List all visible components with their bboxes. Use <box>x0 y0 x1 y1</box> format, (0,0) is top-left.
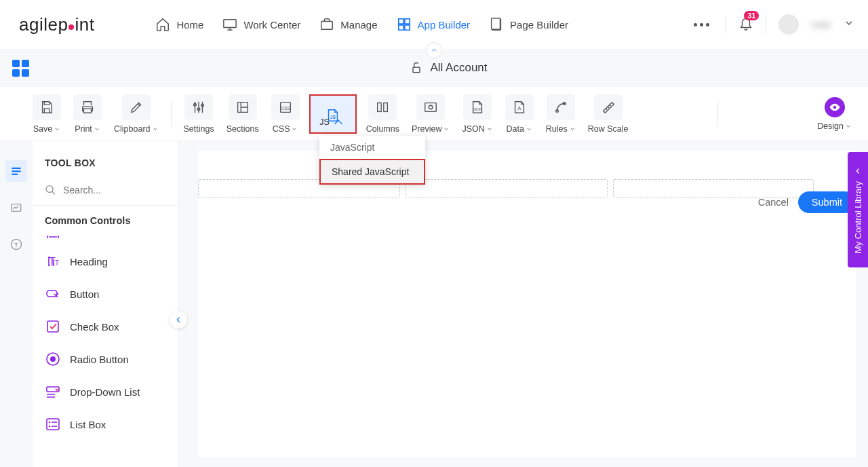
svg-rect-4 <box>398 25 403 30</box>
toolbar-design[interactable]: Design <box>814 97 854 131</box>
toolbar-separator <box>717 102 718 126</box>
toolbar-preview[interactable]: Preview <box>409 94 452 134</box>
brand-logo[interactable]: agilepint <box>19 14 94 35</box>
rail-form-icon[interactable] <box>5 160 27 182</box>
heading-icon: TT <box>45 253 61 269</box>
avatar[interactable] <box>778 14 799 35</box>
chevron-down-icon <box>569 126 576 132</box>
nav-home[interactable]: Home <box>155 17 203 32</box>
chevron-down-icon <box>94 126 100 132</box>
chevron-down-icon <box>526 126 532 132</box>
dropdown-icon <box>45 384 61 400</box>
toolbar-rowscale[interactable]: Row Scale <box>585 94 631 134</box>
toolbar-css[interactable]: CSS CSS <box>269 94 302 134</box>
css-icon: CSS <box>278 100 293 115</box>
svg-rect-7 <box>492 18 500 30</box>
js-dropdown-javascript[interactable]: JavaScript <box>319 136 425 159</box>
toolbar-js[interactable]: JS JS <box>309 94 357 134</box>
chevron-down-icon <box>845 123 852 130</box>
edit-icon <box>129 100 144 115</box>
control-checkbox[interactable]: Check Box <box>33 310 178 343</box>
toolbar-columns[interactable]: Columns <box>363 94 402 134</box>
svg-text:A: A <box>517 105 521 111</box>
more-menu[interactable] <box>690 19 713 31</box>
json-icon: JSON <box>470 100 485 115</box>
preview-icon <box>423 100 438 115</box>
nav-app-builder-label: App Builder <box>418 19 471 31</box>
nav-page-builder[interactable]: Page Builder <box>489 17 568 32</box>
form-icon <box>10 165 22 177</box>
svg-point-23 <box>833 105 836 109</box>
control-heading[interactable]: TT Heading <box>33 245 178 278</box>
svg-point-36 <box>50 356 56 362</box>
svg-rect-3 <box>404 19 409 24</box>
save-icon <box>39 100 54 115</box>
chevron-left-icon <box>853 166 863 176</box>
eye-icon <box>829 101 841 113</box>
svg-point-18 <box>429 105 433 109</box>
rules-icon <box>553 100 568 115</box>
toolbar-rules[interactable]: Rules <box>543 94 578 134</box>
partial-control-icon <box>45 234 61 240</box>
svg-rect-5 <box>404 25 409 30</box>
svg-rect-16 <box>384 102 388 111</box>
page-icon <box>489 17 504 32</box>
collapse-toolbox-button[interactable] <box>170 311 187 329</box>
cancel-button[interactable]: Cancel <box>758 197 789 208</box>
control-button[interactable]: Button <box>33 278 178 310</box>
checkbox-icon <box>45 318 61 335</box>
divider <box>726 16 726 33</box>
nav-work-center[interactable]: Work Center <box>222 17 300 32</box>
svg-point-30 <box>46 186 53 193</box>
print-icon <box>80 100 95 115</box>
lock-open-icon <box>410 61 423 75</box>
rail-text-icon[interactable]: T <box>5 234 27 255</box>
toolbar-save[interactable]: Save <box>30 94 64 134</box>
control-library-panel-toggle[interactable]: My Control Library <box>848 152 868 267</box>
svg-rect-1 <box>321 21 333 29</box>
svg-rect-38 <box>47 419 59 430</box>
collapse-header-button[interactable] <box>426 42 442 58</box>
toolbar-print[interactable]: Print <box>71 94 104 134</box>
search-input[interactable] <box>63 185 166 195</box>
chart-icon <box>10 202 22 214</box>
svg-rect-25 <box>12 170 21 172</box>
notifications-button[interactable]: 31 <box>738 16 753 33</box>
svg-text:JSON: JSON <box>473 107 482 111</box>
toolbar-json[interactable]: JSON JSON <box>459 94 495 134</box>
svg-point-39 <box>49 422 51 424</box>
control-radio[interactable]: Radio Button <box>33 343 178 375</box>
control-checkbox-label: Check Box <box>70 321 119 333</box>
nav-home-label: Home <box>176 19 203 31</box>
drop-zone-2[interactable] <box>406 179 608 198</box>
toolbar-settings[interactable]: Settings <box>181 94 217 134</box>
data-icon: A <box>512 100 527 115</box>
js-dropdown-shared-javascript[interactable]: Shared JavaScript <box>319 159 425 185</box>
toolbox-title: TOOL BOX <box>33 141 178 178</box>
chevron-down-icon <box>486 126 493 132</box>
toolbar-data[interactable]: A Data <box>502 94 536 134</box>
svg-point-40 <box>49 426 51 428</box>
account-title-bar: All Account <box>29 61 868 75</box>
toolbox-section-title: Common Controls <box>33 206 178 230</box>
chevron-down-icon <box>152 126 159 132</box>
rail-chart-icon[interactable] <box>5 197 27 219</box>
chevron-down-icon <box>443 126 450 132</box>
control-dropdown[interactable]: Drop-Down List <box>33 375 178 408</box>
toolbar-separator <box>171 102 172 126</box>
divider <box>766 16 766 33</box>
toolbar-clipboard[interactable]: Clipboard <box>111 94 161 134</box>
toolbar-sections[interactable]: Sections <box>224 94 262 134</box>
nav-app-builder[interactable]: App Builder <box>397 17 471 32</box>
control-listbox[interactable]: List Box <box>33 408 178 441</box>
user-menu-chevron[interactable] <box>844 18 854 31</box>
svg-text:CSS: CSS <box>281 105 290 110</box>
sliders-icon <box>191 100 206 115</box>
svg-rect-24 <box>12 168 21 169</box>
svg-rect-26 <box>12 174 18 175</box>
control-radio-label: Radio Button <box>70 354 129 365</box>
nav-manage[interactable]: Manage <box>319 17 377 32</box>
apps-launcher[interactable] <box>12 60 29 77</box>
briefcase-icon <box>319 17 334 32</box>
svg-rect-2 <box>398 19 403 24</box>
